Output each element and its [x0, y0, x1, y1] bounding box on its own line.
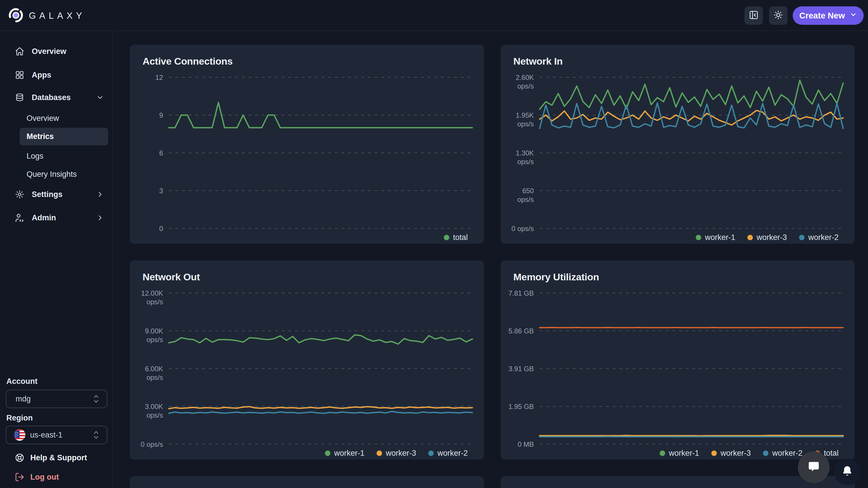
legend-item: worker-2	[799, 233, 839, 242]
legend-label: worker-3	[720, 449, 751, 458]
chevron-right-icon	[96, 190, 104, 198]
us-flag-icon	[14, 429, 25, 441]
axis-tick-label: 1.95 GB	[508, 403, 534, 411]
legend-label: worker-3	[386, 449, 416, 458]
sidebar-item-databases[interactable]: Databases	[0, 89, 113, 106]
help-support-link[interactable]: Help & Support	[0, 449, 113, 466]
series-line-worker-1	[539, 80, 843, 109]
account-label: Account	[6, 377, 37, 386]
user-code-icon	[14, 213, 25, 223]
sidebar-subitem-query-insights[interactable]: Query Insights	[20, 166, 108, 183]
panel-stub	[501, 476, 855, 488]
legend-dot	[428, 451, 434, 456]
theme-sun-icon	[773, 10, 783, 21]
axis-tick-label: ops/s	[517, 158, 534, 166]
select-chevrons-icon	[93, 430, 99, 440]
galaxy-spiral-icon	[7, 7, 24, 25]
legend-item: worker-3	[747, 233, 787, 242]
axis-tick-label: 12.00K	[141, 289, 163, 297]
axis-tick-label: 1.95K	[516, 111, 534, 119]
brand[interactable]: GALAXY	[7, 7, 85, 25]
bell-icon	[841, 465, 854, 479]
panel-collapse-icon	[749, 10, 758, 21]
sidebar-subitem-metrics[interactable]: Metrics	[20, 128, 108, 145]
axis-tick-label: 12	[155, 73, 163, 82]
home-icon	[14, 46, 25, 57]
sidebar-item-settings[interactable]: Settings	[0, 186, 113, 203]
create-new-label: Create New	[799, 11, 845, 21]
legend-item: worker-2	[763, 449, 803, 458]
database-icon	[14, 92, 25, 103]
sidebar-subitem-label: Logs	[27, 152, 43, 161]
logout-label: Log out	[30, 473, 59, 482]
chart-canvas: 0 MB1.95 GB3.91 GB5.86 GB7.81 GB	[501, 260, 855, 459]
gear-icon	[14, 189, 25, 200]
series-line-worker-1	[169, 335, 472, 344]
panel-network-in: Network In 0 ops/s650ops/s1.30Kops/s1.95…	[501, 45, 855, 244]
sidebar-subitem-label: Overview	[27, 114, 59, 123]
axis-tick-label: ops/s	[147, 298, 163, 306]
chart-canvas: 0 ops/s650ops/s1.30Kops/s1.95Kops/s2.60K…	[501, 45, 855, 244]
sidebar-item-label: Apps	[32, 71, 51, 79]
legend-item: worker-1	[696, 233, 735, 242]
region-select[interactable]: us-east-1	[6, 426, 107, 444]
chart-canvas: 036912	[130, 45, 484, 244]
axis-tick-label: ops/s	[517, 196, 534, 203]
axis-tick-label: 7.81 GB	[508, 289, 534, 297]
legend-label: worker-1	[669, 449, 699, 458]
legend-dot	[799, 235, 805, 240]
chevron-down-icon	[96, 93, 104, 101]
chart-legend: worker-1worker-3worker-2	[325, 448, 468, 458]
account-select[interactable]: mdg	[6, 390, 107, 408]
axis-tick-label: ops/s	[147, 373, 163, 381]
legend-label: worker-2	[808, 233, 839, 242]
axis-tick-label: 3.00K	[145, 403, 163, 411]
sidebar-item-apps[interactable]: Apps	[0, 66, 113, 84]
axis-tick-label: 0 ops/s	[141, 441, 163, 448]
legend-item: worker-3	[377, 449, 416, 458]
legend-label: worker-3	[756, 233, 787, 242]
sidebar-subitem-overview[interactable]: Overview	[20, 109, 108, 127]
legend-dot	[444, 235, 449, 240]
axis-tick-label: 6.00K	[145, 365, 163, 372]
sidebar-item-overview[interactable]: Overview	[0, 43, 113, 60]
sidebar: Overview Apps Databases Overview	[0, 31, 113, 488]
chevron-right-icon	[96, 214, 104, 222]
panel-memory-utilization: Memory Utilization 0 MB1.95 GB3.91 GB5.8…	[501, 260, 855, 459]
sidebar-item-admin[interactable]: Admin	[0, 209, 113, 226]
legend-dot	[377, 451, 382, 456]
chat-support-button[interactable]	[798, 451, 830, 483]
legend-dot	[747, 235, 753, 240]
axis-tick-label: 0 MB	[518, 441, 534, 448]
legend-dot	[711, 451, 717, 456]
series-line-total	[539, 327, 843, 328]
chevron-down-icon	[849, 11, 857, 21]
axis-tick-label: 0	[159, 225, 163, 232]
chat-bubble-icon	[806, 459, 821, 475]
apps-grid-icon	[14, 70, 25, 80]
panel-collapse-button[interactable]	[744, 6, 763, 25]
create-new-button[interactable]: Create New	[793, 6, 864, 25]
axis-tick-label: ops/s	[147, 411, 163, 419]
panel-stub	[130, 476, 484, 488]
help-support-label: Help & Support	[30, 453, 87, 462]
axis-tick-label: 650	[522, 187, 534, 195]
axis-tick-label: ops/s	[147, 336, 163, 344]
sidebar-subitem-logs[interactable]: Logs	[20, 148, 108, 165]
sidebar-item-label: Settings	[32, 190, 63, 199]
legend-item: total	[444, 233, 468, 242]
axis-tick-label: 3	[159, 187, 163, 195]
lifebuoy-icon	[14, 453, 25, 463]
sidebar-subitem-label: Query Insights	[27, 170, 77, 179]
main-content: Active Connections 036912 total Network …	[113, 31, 868, 488]
notifications-button[interactable]	[834, 459, 861, 485]
axis-tick-label: ops/s	[517, 82, 534, 90]
theme-toggle-button[interactable]	[769, 6, 787, 25]
logout-link[interactable]: Log out	[0, 468, 113, 486]
chart-legend: total	[444, 232, 468, 242]
region-value: us-east-1	[30, 431, 63, 440]
legend-item: worker-1	[660, 449, 699, 458]
sidebar-subitem-label: Metrics	[27, 132, 54, 141]
top-bar: GALAXY Create New	[0, 0, 868, 31]
legend-dot	[325, 451, 331, 456]
